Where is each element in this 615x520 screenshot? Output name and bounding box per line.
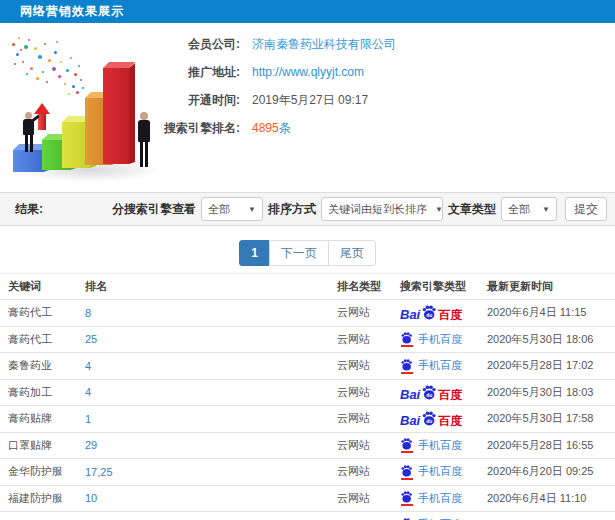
rank-link[interactable]: 25 xyxy=(85,333,97,345)
info-row-company: 会员公司: 济南秦鲁药业科技有限公司 xyxy=(160,30,610,58)
rank-link[interactable]: 29 xyxy=(85,439,97,451)
svg-text:du: du xyxy=(426,313,432,318)
baidu-mobile-logo: 手机百度 xyxy=(400,331,462,347)
rank-cell: 25 xyxy=(85,333,337,345)
engine-filter-select[interactable]: 全部▼ xyxy=(201,197,263,221)
col-rank-type: 排名类型 xyxy=(337,279,400,294)
last-page-button[interactable]: 尾页 xyxy=(328,240,376,266)
promo-url-label: 推广地址: xyxy=(160,58,240,86)
confetti-dot xyxy=(24,45,28,49)
table-row: 金华防护服17,25云网站 手机百度2020年6月20日 09:25 xyxy=(0,459,615,486)
confetti-dot xyxy=(16,53,19,56)
promo-url-link[interactable]: http://www.qlyyjt.com xyxy=(252,58,364,86)
table-row: 膏药代工8云网站 Bai du 百度2020年6月4日 11:15 xyxy=(0,300,615,327)
rank-cell: 17,25 xyxy=(85,466,337,478)
rank-link[interactable]: 1 xyxy=(85,413,91,425)
engine-cell: 手机百度 xyxy=(400,331,487,347)
chart-bar-blue xyxy=(13,150,43,172)
updated-cell: 2020年6月20日 09:25 xyxy=(487,464,615,479)
confetti-dot xyxy=(58,75,61,78)
open-time-label: 开通时间: xyxy=(160,86,240,114)
svg-text:du: du xyxy=(426,419,432,424)
baidu-mobile-logo: 手机百度 xyxy=(400,437,462,453)
rank-cell: 1 xyxy=(85,413,337,425)
chevron-down-icon: ▼ xyxy=(435,205,443,214)
rank-link[interactable]: 8 xyxy=(85,307,91,319)
baidu-paw-icon: du xyxy=(421,304,437,320)
confetti-dot xyxy=(20,49,22,51)
baidu-pc-logo: Bai du 百度 xyxy=(400,304,462,321)
baidu-paw-icon: du xyxy=(421,410,437,426)
keyword-cell: 膏药贴牌 xyxy=(0,411,85,426)
baidu-pc-logo: Bai du 百度 xyxy=(400,410,462,427)
article-type-select[interactable]: 全部▼ xyxy=(501,197,557,221)
sort-filter-select[interactable]: 关键词由短到长排序▼ xyxy=(321,197,443,221)
rank-type-cell: 云网站 xyxy=(337,438,400,453)
baidu-mobile-logo: 手机百度 xyxy=(400,490,462,506)
table-row: 膏药贴牌1云网站 Bai du 百度2020年5月30日 17:58 xyxy=(0,406,615,433)
businessman-pointing-figure xyxy=(20,112,38,153)
updated-cell: 2020年5月30日 18:03 xyxy=(487,385,615,400)
confetti-dot xyxy=(64,83,66,85)
engine-cell: Bai du 百度 xyxy=(400,384,487,401)
confetti-dot xyxy=(12,43,15,46)
confetti-dot xyxy=(78,65,80,67)
baidu-pc-logo: Bai du 百度 xyxy=(400,384,462,401)
keyword-cell: 福建防护服 xyxy=(0,491,85,506)
rank-count-value: 4895条 xyxy=(252,114,291,142)
confetti-dot xyxy=(70,57,72,59)
table-header-row: 关键词 排名 排名类型 搜索引擎类型 最新更新时间 xyxy=(0,273,615,300)
col-rank: 排名 xyxy=(85,279,337,294)
confetti-dot xyxy=(68,93,70,95)
keyword-cell: 口罩贴牌 xyxy=(0,438,85,453)
chevron-down-icon: ▼ xyxy=(542,205,550,214)
confetti-dot xyxy=(14,63,16,65)
updated-cell: 2020年6月4日 11:10 xyxy=(487,491,615,506)
title-bar: 网络营销效果展示 xyxy=(0,0,615,23)
chevron-down-icon: ▼ xyxy=(248,205,256,214)
page-title: 网络营销效果展示 xyxy=(0,3,124,20)
next-page-button[interactable]: 下一页 xyxy=(269,240,329,266)
baidu-paw-icon xyxy=(400,358,413,371)
open-time-value: 2019年5月27日 09:17 xyxy=(252,86,368,114)
rank-count-label: 搜索引擎排名: xyxy=(160,114,240,142)
chart-bar-red xyxy=(103,68,129,164)
rank-link[interactable]: 17,25 xyxy=(85,466,113,478)
rank-link[interactable]: 4 xyxy=(85,360,91,372)
table-row: 手机百度 xyxy=(0,512,615,520)
rank-type-cell: 云网站 xyxy=(337,385,400,400)
filter-bar: 结果: 分搜索引擎查看 全部▼ 排序方式 关键词由短到长排序▼ 文章类型 全部▼… xyxy=(0,192,615,226)
table-row: 膏药加工4云网站 Bai du 百度2020年5月30日 18:03 xyxy=(0,380,615,407)
info-row-open-time: 开通时间: 2019年5月27日 09:17 xyxy=(160,86,610,114)
rank-cell: 4 xyxy=(85,386,337,398)
confetti-dot xyxy=(30,67,33,70)
rank-cell: 10 xyxy=(85,492,337,504)
rank-link[interactable]: 4 xyxy=(85,386,91,398)
col-engine-type: 搜索引擎类型 xyxy=(400,279,487,294)
confetti-dot xyxy=(36,77,39,80)
info-row-url: 推广地址: http://www.qlyyjt.com xyxy=(160,58,610,86)
confetti-dot xyxy=(56,41,58,43)
page-1-button[interactable]: 1 xyxy=(239,240,270,266)
confetti-dot xyxy=(38,55,42,59)
engine-cell: Bai du 百度 xyxy=(400,410,487,427)
updated-cell: 2020年6月4日 11:15 xyxy=(487,305,615,320)
confetti-dot xyxy=(76,91,79,94)
baidu-paw-icon xyxy=(400,464,413,477)
baidu-paw-icon xyxy=(400,437,413,450)
rank-cell: 29 xyxy=(85,439,337,451)
updated-cell: 2020年5月30日 18:06 xyxy=(487,332,615,347)
confetti-dot xyxy=(54,51,57,54)
updated-cell: 2020年5月28日 16:55 xyxy=(487,438,615,453)
confetti-dot xyxy=(80,79,82,81)
engine-cell: 手机百度 xyxy=(400,437,487,453)
submit-button[interactable]: 提交 xyxy=(565,197,607,221)
keyword-cell: 膏药加工 xyxy=(0,385,85,400)
marketing-growth-illustration xyxy=(8,33,173,178)
svg-text:du: du xyxy=(426,392,432,397)
confetti-dot xyxy=(52,67,56,71)
company-value[interactable]: 济南秦鲁药业科技有限公司 xyxy=(252,30,396,58)
rank-link[interactable]: 10 xyxy=(85,492,97,504)
confetti-dot xyxy=(28,39,30,41)
engine-cell: 手机百度 xyxy=(400,464,487,480)
